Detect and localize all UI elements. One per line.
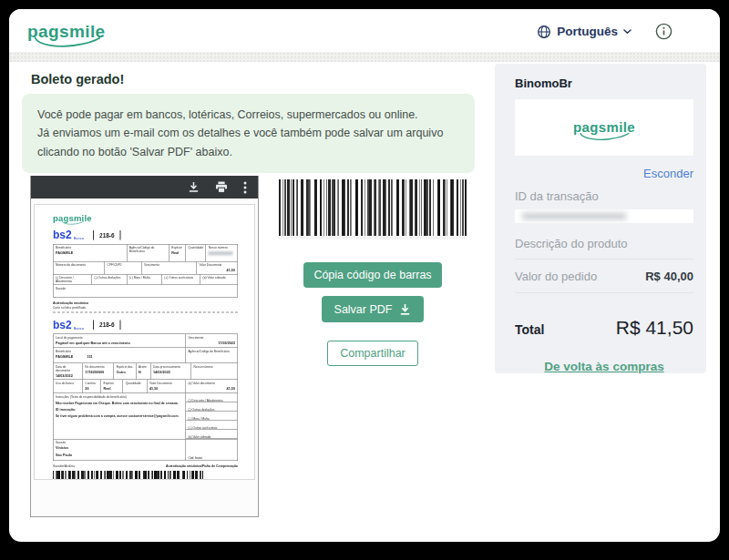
field-label: (+) Mora / Multa <box>129 276 159 280</box>
boleto-deduction-cell: (=) Valor cobrado <box>200 275 237 285</box>
field-value: Real <box>104 386 121 391</box>
pdf-more-button[interactable] <box>243 181 247 194</box>
product-description-label: Descrição do produto <box>515 237 693 250</box>
sacador-label: Sacador/Avalista <box>53 464 75 468</box>
boleto-field: Vencimento 17/03/2022 <box>186 334 238 348</box>
save-pdf-button[interactable]: Salvar PDF <box>322 296 425 322</box>
field-label: (=) Valor cobrado <box>203 276 235 280</box>
field-label: CPF/CNPJ <box>108 263 139 267</box>
field-label: (-) Desconto / Abatimentos <box>188 398 222 402</box>
boleto-deduction-cell: (=) Valor cobrado <box>186 430 238 439</box>
boleto-deduction-cell: (-) Desconto / Abatimentos <box>186 393 238 402</box>
field-value: 17/03/2022 <box>188 341 235 345</box>
bank-header-row: bs2 Banco 218-6 <box>53 320 238 331</box>
boleto-content: pagsmile bs2 Banco 218-6 Beneficiário <box>35 205 255 480</box>
boleto-deduction-cell: (+) Outros acréscimos <box>186 421 238 430</box>
field-label: Nosso número <box>209 246 235 249</box>
field-value: Outro <box>117 370 134 374</box>
field-label: Agência/Código do Beneficiário <box>188 350 235 353</box>
chevron-down-icon <box>623 29 631 35</box>
boleto-field: Valor Documento 41,50 <box>148 380 186 393</box>
field-value: PAGSMILE 151 <box>56 354 183 359</box>
boleto-field: Valor Documento 41,50 <box>197 262 237 275</box>
field-value: 26 <box>85 386 98 391</box>
divider <box>515 292 693 293</box>
boleto-field: Nr. documento 1718200509 <box>83 363 114 379</box>
bank-header-row: bs2 Banco 218-6 <box>53 229 238 240</box>
order-summary-panel: BinomoBr pagsmile Esconder ID da transaç… <box>495 64 706 373</box>
field-label: Uso do banco <box>56 381 80 384</box>
boleto-deduction-cell: (-) Outras deduções <box>92 275 127 285</box>
payer-name: Vinícius <box>56 445 183 450</box>
share-button[interactable]: Compartilhar <box>327 341 418 366</box>
field-value: Pagável em qualquer Banco até o vencimen… <box>56 341 183 345</box>
field-label: Quantidade <box>126 381 145 384</box>
cut-line <box>53 312 238 313</box>
notice-line-1: Você pode pagar em bancos, lotéricas, Co… <box>37 106 459 124</box>
boleto-slip2-table: Local de pagamento Pagável em qualquer B… <box>53 334 238 461</box>
hide-link[interactable]: Esconder <box>515 167 693 180</box>
globe-icon <box>537 25 551 39</box>
copy-barcode-button[interactable]: Cópia código de barras <box>303 262 441 288</box>
divider <box>515 259 693 260</box>
logo-swoosh-icon <box>570 133 638 141</box>
field-label: Valor Documento <box>149 381 183 384</box>
boleto-field: Carteira 26 <box>83 380 101 393</box>
boleto-field: Espécie Real <box>101 380 123 393</box>
corte-label: Corte na linha pontilhada <box>53 306 238 310</box>
language-selector[interactable]: Português <box>537 25 631 39</box>
save-pdf-label: Salvar PDF <box>334 303 393 316</box>
pdf-print-button[interactable] <box>215 181 228 193</box>
field-label: Beneficiário <box>56 350 183 353</box>
field-label: Agência/Código do Beneficiário <box>129 246 167 253</box>
back-to-shopping-link[interactable]: De volta às compras <box>515 360 693 373</box>
copy-barcode-label: Cópia código de barras <box>313 269 431 281</box>
bank-code: 218-6 <box>93 320 121 330</box>
header-divider <box>9 52 720 62</box>
notice-box: Você pode pagar em bancos, lotéricas, Co… <box>22 94 475 173</box>
bank-code: 218-6 <box>93 230 121 240</box>
field-label: Sacado <box>56 287 235 290</box>
page-title: Boleto gerado! <box>31 72 124 87</box>
field-value: 41,50 <box>149 386 183 391</box>
boleto-field: Vencimento <box>141 262 197 275</box>
beneficiario-name: PAGSMILE <box>56 354 73 359</box>
pdf-download-button[interactable] <box>188 181 200 193</box>
pagsmile-logo: pagsmile <box>27 22 106 42</box>
boleto-field: Local de pagamento Pagável em qualquer B… <box>54 334 186 348</box>
beneficiario-extra: 151 <box>87 354 92 359</box>
field-label: (-) Desconto / Abatimentos <box>56 276 89 283</box>
boleto-deduction-cell: (-) Outras deduções <box>186 402 238 412</box>
field-label: (+) Outros acréscimos <box>188 425 217 429</box>
boleto-pagsmile-logo: pagsmile <box>53 213 92 223</box>
total-value: R$ 41,50 <box>616 317 693 339</box>
field-label: Instruções (Texto de responsabilidade do… <box>56 394 183 398</box>
boleto-deduction-stack: (-) Desconto / Abatimentos (-) Outras de… <box>186 393 238 439</box>
transaction-id-label: ID da transação <box>515 189 693 203</box>
transaction-id-value-redacted <box>515 209 693 223</box>
boleto-field: Quantidade <box>123 380 147 393</box>
boleto-document: pagsmile bs2 Banco 218-6 Beneficiário <box>34 204 255 480</box>
field-label: Cód. baixa <box>188 456 202 460</box>
boleto-deduction-cell: (+) Mora / Multa <box>127 275 161 285</box>
pagsmile-logo: pagsmile <box>573 119 635 136</box>
merchant-logo-box: pagsmile <box>515 99 693 156</box>
app-window: pagsmile Português <box>9 9 720 542</box>
field-label: Espécie <box>104 381 121 384</box>
info-button[interactable] <box>655 23 673 40</box>
printer-icon <box>215 181 228 193</box>
instruction-line: Não receber Pagamento em Cheque. Boleto … <box>56 402 183 405</box>
boleto-field: Espécie doc. Outro <box>114 363 136 379</box>
boleto-slip1-table: Beneficiário PAGSMILE Agência/Código do … <box>53 244 238 298</box>
field-label: Sacado <box>56 441 183 444</box>
download-icon <box>399 303 411 316</box>
redacted-smudge <box>522 213 626 219</box>
boleto-field: Aceite N <box>136 363 150 379</box>
field-label: Beneficiário <box>56 246 124 249</box>
notice-line-2: Já enviamos um e-mail com os detalhes e … <box>37 124 459 161</box>
boleto-field: Data do documento 14/03/2022 <box>54 363 83 379</box>
boleto-field: Quantidade <box>186 245 206 262</box>
boleto-field: Cód. baixa <box>186 439 238 460</box>
pdf-toolbar <box>31 176 258 199</box>
boleto-field: Nosso número <box>191 363 238 379</box>
